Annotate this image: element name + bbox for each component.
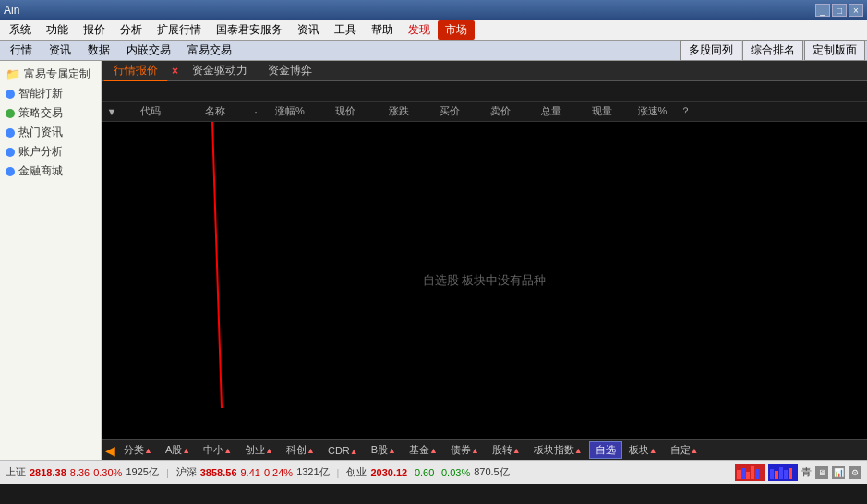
sb-mini-icon2[interactable]: 📊 [832,466,845,479]
bt-item-bond[interactable]: 债券▲ [444,441,486,459]
sidebar-section-header[interactable]: 📁 富易专属定制 [0,65,101,84]
th-dot: · [249,106,262,117]
sb-red-chart [737,466,763,479]
sb-right-label: 青 [801,465,812,479]
svg-rect-1 [737,470,741,479]
tab1-custom[interactable]: 定制版面 [804,40,865,61]
sb-sh-change: 8.36 [70,467,90,478]
th-pct: 涨幅% [262,104,318,118]
svg-rect-8 [779,467,783,479]
subtab-close-btn[interactable]: × [168,63,182,79]
menu-quote[interactable]: 报价 [76,20,113,40]
sb-sz-vol: 1321亿 [296,465,329,479]
bottom-tabs: ◀ 分类▲ A股▲ 中小▲ 创业▲ 科创▲ CDR▲ [102,439,867,460]
svg-rect-4 [751,466,754,479]
sidebar-item-account[interactable]: 账户分析 [0,142,101,162]
subtab-quote[interactable]: 行情报价 [103,60,168,82]
bt-item-block[interactable]: 板块▲ [622,441,664,459]
tab1-rank[interactable]: 综合排名 [742,40,803,61]
title-bar: Ain _ □ × [0,0,867,20]
menu-market[interactable]: 市场 [438,20,475,40]
th-buy: 买价 [424,104,475,118]
svg-rect-7 [775,471,778,479]
bottom-tabs-arrow-left[interactable]: ◀ [103,443,117,458]
menu-service[interactable]: 国泰君安服务 [209,20,290,40]
bt-item-transfer[interactable]: 股转▲ [486,441,527,459]
sb-mini-icon3[interactable]: ⚙ [849,466,861,479]
sidebar-item-intelligent[interactable]: 智能打新 [0,84,101,103]
menu-help[interactable]: 帮助 [364,20,401,40]
bt-item-cdr[interactable]: CDR▲ [321,443,365,458]
tab1-news[interactable]: 资讯 [41,40,79,61]
bt-item-b-stock[interactable]: B股▲ [365,441,403,459]
window-controls: _ □ × [815,4,863,17]
dot-icon-intelligent [6,90,15,99]
bt-item-startup[interactable]: 创业▲ [238,441,280,459]
sb-sz-change: 9.41 [241,467,260,478]
sb-sep1: | [163,467,173,478]
bt-item-custom[interactable]: 自定▲ [664,441,705,459]
close-button[interactable]: × [849,4,863,17]
th-price: 现价 [318,104,373,118]
menu-system[interactable]: 系统 [2,20,39,40]
title-left: Ain [4,4,19,17]
sb-sz-price: 3858.56 [200,467,237,478]
menu-extend[interactable]: 扩展行情 [150,20,209,40]
subtab-game[interactable]: 资金博弈 [258,60,322,81]
bt-item-sci[interactable]: 科创▲ [280,441,321,459]
th-name: 名称 [180,104,249,118]
maximize-button[interactable]: □ [832,4,847,17]
sb-cy-price: 2030.12 [370,467,407,478]
sb-cy-label: 创业 [346,465,367,479]
sidebar-item-finance[interactable]: 金融商城 [0,162,101,181]
sb-cy-pct: -0.03% [438,467,470,478]
bt-item-category[interactable]: 分类▲ [117,441,159,459]
th-arrow: ▼ [103,106,120,117]
sb-mini-icon1[interactable]: 🖥 [815,466,828,479]
tab-bar1: 行情 资讯 数据 内嵌交易 富易交易 多股同列 综合排名 定制版面 [0,41,867,61]
th-change: 涨跌 [373,104,424,118]
bt-item-fund[interactable]: 基金▲ [403,441,444,459]
status-bar-right: 青 🖥 📊 ⚙ [735,464,861,481]
sidebar-item-strategy[interactable]: 策略交易 [0,103,101,123]
menu-analysis[interactable]: 分析 [113,20,150,40]
menu-function[interactable]: 功能 [39,20,76,40]
tab1-inner-trade[interactable]: 内嵌交易 [118,40,179,61]
th-help: ？ [678,104,692,118]
subtab-capital[interactable]: 资金驱动力 [182,60,258,81]
sb-icon-blue[interactable] [768,464,798,481]
sb-sh-label: 上证 [6,465,26,479]
folder-icon: 📁 [6,67,20,81]
svg-rect-5 [755,469,759,479]
sb-sh-price: 2818.38 [30,467,66,478]
th-current: 现量 [576,104,627,118]
tab1-fuyi-trade[interactable]: 富易交易 [179,40,240,61]
tab1-quote[interactable]: 行情 [2,40,41,61]
menu-tools[interactable]: 工具 [327,20,364,40]
svg-rect-10 [789,468,792,479]
bt-item-watchlist[interactable]: 自选 [589,441,622,459]
bt-item-a-stock[interactable]: A股▲ [159,441,197,459]
menu-news[interactable]: 资讯 [290,20,327,40]
svg-rect-3 [746,472,750,479]
th-sell: 卖价 [475,104,525,118]
bt-item-small[interactable]: 中小▲ [197,441,238,459]
bt-item-block-index[interactable]: 板块指数▲ [527,441,589,459]
tab1-data[interactable]: 数据 [79,40,118,61]
sidebar-label-hot: 热门资讯 [18,125,63,140]
tab1-right-area: 多股同列 综合排名 定制版面 [680,40,865,61]
svg-rect-9 [784,470,788,479]
content-pane: ▼ 代码 名称 · 涨幅% 现价 涨跌 买价 卖价 总量 现量 涨速% ？ 自选… [102,81,867,460]
sb-cy-change: -0.60 [411,467,434,478]
status-bar: 上证 2818.38 8.36 0.30% 1925亿 | 沪深 3858.56… [0,460,867,484]
tab1-multi-stock[interactable]: 多股同列 [680,40,741,61]
sb-icon-red[interactable] [735,464,765,481]
dot-icon-account [6,148,15,157]
empty-state-message: 自选股 板块中没有品种 [102,122,867,439]
sidebar-item-hot[interactable]: 热门资讯 [0,123,101,142]
menu-discover[interactable]: 发现 [401,20,438,40]
sb-blue-chart [770,466,796,479]
table-body-area: 自选股 板块中没有品种 [102,122,867,439]
sidebar-section-label: 富易专属定制 [24,66,90,82]
minimize-button[interactable]: _ [815,4,830,17]
